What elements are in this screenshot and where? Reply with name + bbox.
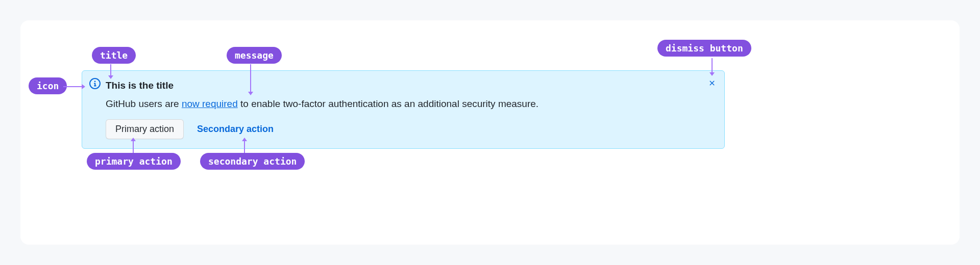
arrow-icon (248, 92, 253, 95)
canvas: This is the title GitHub users are now r… (0, 0, 980, 265)
message-link[interactable]: now required (182, 98, 238, 109)
close-icon (708, 79, 716, 87)
flash-banner: This is the title GitHub users are now r… (82, 70, 725, 149)
dismiss-button[interactable] (707, 78, 717, 88)
arrow-icon (82, 84, 85, 89)
arrow-icon (709, 72, 715, 76)
message-text-before: GitHub users are (106, 98, 182, 109)
banner-message: GitHub users are now required to enable … (106, 96, 716, 111)
connector (250, 64, 251, 93)
primary-action-button[interactable]: Primary action (106, 119, 184, 139)
callout-dismiss: dismiss button (657, 40, 751, 57)
arrow-icon (242, 138, 247, 141)
callout-icon: icon (29, 77, 67, 94)
callout-title: title (92, 47, 136, 64)
connector (133, 141, 134, 153)
connector (244, 141, 245, 153)
arrow-icon (131, 138, 136, 141)
connector (110, 64, 111, 76)
banner-title: This is the title (106, 79, 716, 92)
banner-actions: Primary action Secondary action (106, 119, 716, 139)
message-text-after: to enable two-factor authentication as a… (238, 98, 538, 109)
callout-message: message (227, 47, 282, 64)
info-icon (89, 78, 101, 89)
connector (63, 86, 83, 87)
callout-secondary: secondary action (200, 153, 305, 170)
callout-primary: primary action (87, 153, 181, 170)
secondary-action-button[interactable]: Secondary action (197, 124, 274, 135)
connector (712, 58, 713, 73)
arrow-icon (108, 75, 113, 79)
